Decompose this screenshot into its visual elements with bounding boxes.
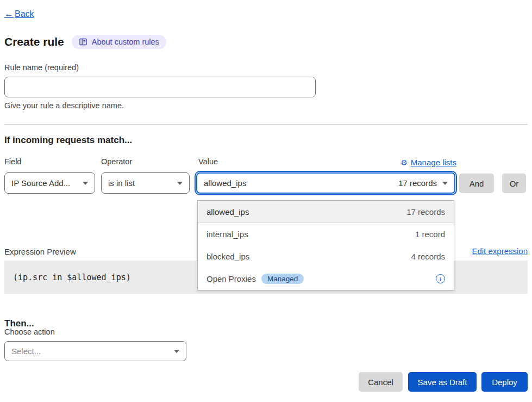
save-as-draft-button[interactable]: Save as Draft <box>408 372 477 392</box>
field-label: Field <box>4 157 21 166</box>
list-option-internal-ips[interactable]: internal_ips 1 record <box>198 223 454 245</box>
about-label: About custom rules <box>92 38 159 46</box>
chevron-down-icon <box>442 182 448 185</box>
manage-lists-label: Manage lists <box>411 158 456 167</box>
chevron-down-icon <box>177 182 183 185</box>
list-dropdown: allowed_ips 17 records internal_ips 1 re… <box>197 200 454 290</box>
chevron-down-icon <box>174 350 179 353</box>
list-option-records: 1 record <box>415 230 445 239</box>
cancel-button[interactable]: Cancel <box>359 372 403 392</box>
edit-expression-link[interactable]: Edit expression <box>472 246 528 256</box>
expression-code: (ip.src in $allowed_ips) <box>13 273 131 282</box>
rule-name-label: Rule name (required) <box>4 63 79 72</box>
list-option-blocked-ips[interactable]: blocked_ips 4 records <box>198 245 454 268</box>
list-option-name: Open Proxies <box>206 274 256 283</box>
list-option-name: internal_ips <box>206 230 248 239</box>
manage-lists-link[interactable]: ⚙ Manage lists <box>400 158 456 167</box>
page-title: Create rule <box>4 35 64 48</box>
and-button[interactable]: And <box>459 174 494 193</box>
gear-icon: ⚙ <box>400 158 408 167</box>
operator-select[interactable]: is in list <box>101 172 190 194</box>
back-arrow-icon: ← <box>4 9 14 20</box>
value-label: Value <box>198 157 218 166</box>
list-option-records: 17 records <box>406 207 445 217</box>
rule-name-helper: Give your rule a descriptive name. <box>4 101 124 110</box>
value-select-value: allowed_ips <box>204 178 246 188</box>
deploy-button[interactable]: Deploy <box>481 372 528 392</box>
field-select-value: IP Source Add... <box>11 178 70 188</box>
choose-action-label: Choose action <box>4 327 55 336</box>
managed-badge: Managed <box>261 274 304 284</box>
operator-label: Operator <box>101 157 132 166</box>
book-icon <box>79 38 87 46</box>
list-option-open-proxies[interactable]: Open Proxies Managed i <box>198 268 454 290</box>
field-select[interactable]: IP Source Add... <box>4 172 95 194</box>
about-custom-rules-link[interactable]: About custom rules <box>72 35 166 49</box>
title-row: Create rule About custom rules <box>4 35 166 49</box>
match-heading: If incoming requests match... <box>4 135 132 146</box>
operator-select-value: is in list <box>108 178 135 188</box>
back-label: Back <box>15 9 34 19</box>
list-option-allowed-ips[interactable]: allowed_ips 17 records <box>198 201 454 223</box>
rule-name-input[interactable] <box>4 77 316 97</box>
info-icon[interactable]: i <box>436 274 445 283</box>
list-option-name: allowed_ips <box>206 207 249 217</box>
back-link[interactable]: ← Back <box>4 9 34 20</box>
action-select[interactable]: Select... <box>4 341 186 361</box>
section-divider <box>4 124 528 125</box>
action-select-placeholder: Select... <box>11 347 41 356</box>
value-select[interactable]: allowed_ips 17 records <box>196 172 455 194</box>
or-button[interactable]: Or <box>502 174 526 193</box>
chevron-down-icon <box>83 182 88 185</box>
list-option-records: 4 records <box>411 252 445 261</box>
value-select-records: 17 records <box>398 178 437 188</box>
create-rule-page: ← Back Create rule About custom rules Ru… <box>0 0 532 402</box>
list-option-name: blocked_ips <box>206 252 249 261</box>
expression-preview-label: Expression Preview <box>4 247 76 256</box>
